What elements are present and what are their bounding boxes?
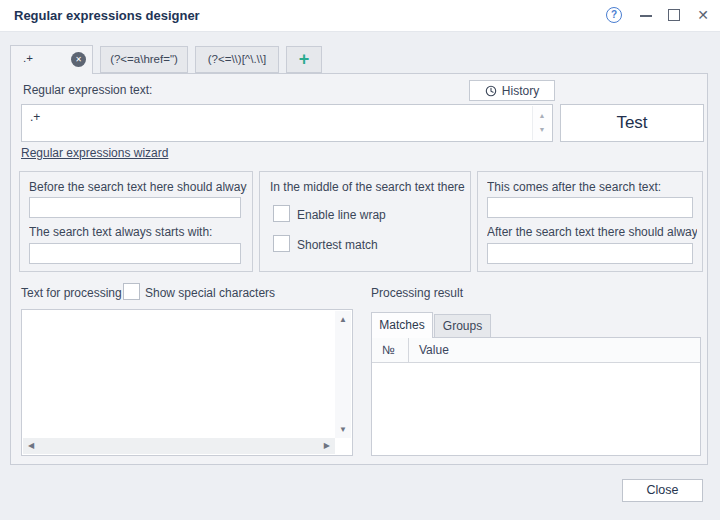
history-button-label: History xyxy=(502,84,539,98)
enable-line-wrap-label: Enable line wrap xyxy=(297,208,386,222)
enable-line-wrap-checkbox[interactable] xyxy=(273,205,290,222)
shortest-match-label: Shortest match xyxy=(297,238,378,252)
tab-label: .+ xyxy=(23,52,33,64)
comes-after-input[interactable] xyxy=(487,197,693,218)
regex-wizard-link[interactable]: Regular expressions wizard xyxy=(21,146,168,160)
scroll-right-icon[interactable]: ▶ xyxy=(324,441,330,450)
regex-input-spinner: ▲ ▼ xyxy=(532,106,550,140)
tab-content-panel: Regular expression text: History .+ ▲ ▼ … xyxy=(10,73,708,465)
result-table: № Value xyxy=(371,337,701,456)
scroll-left-icon[interactable]: ◀ xyxy=(28,441,34,450)
shortest-match-checkbox[interactable] xyxy=(273,235,290,252)
starts-with-input[interactable] xyxy=(29,243,241,264)
result-table-header: № Value xyxy=(372,338,700,363)
column-header-value[interactable]: Value xyxy=(409,338,700,362)
history-button[interactable]: History xyxy=(469,80,555,101)
processing-result-label: Processing result xyxy=(371,286,463,300)
text-for-processing-label: Text for processing xyxy=(21,286,122,300)
tab-groups[interactable]: Groups xyxy=(434,314,491,338)
regex-input[interactable]: .+ ▲ ▼ xyxy=(21,104,553,142)
processing-text-area[interactable]: ▲ ▼ ◀ ▶ xyxy=(21,309,353,456)
after-suffix-input[interactable] xyxy=(487,243,693,264)
tab-matches[interactable]: Matches xyxy=(371,312,433,338)
before-group-box: Before the search text here should alway… xyxy=(19,171,253,272)
after-group-box: This comes after the search text: After … xyxy=(477,171,703,272)
tab-regex-current[interactable]: .+ ✕ xyxy=(10,45,93,74)
minimize-bar xyxy=(640,15,652,17)
close-window-icon[interactable]: ✕ xyxy=(694,5,712,25)
help-icon[interactable]: ? xyxy=(606,7,622,23)
minimize-icon[interactable] xyxy=(638,7,654,23)
vertical-scrollbar[interactable]: ▲ ▼ xyxy=(335,311,351,438)
scroll-up-icon[interactable]: ▲ xyxy=(339,315,347,324)
tab-regex-backslash[interactable]: (?<=\\)[^\.\\] xyxy=(195,46,279,73)
middle-group-title: In the middle of the search text there xyxy=(270,180,466,194)
horizontal-scrollbar[interactable]: ◀ ▶ xyxy=(23,438,335,454)
show-special-characters-label: Show special characters xyxy=(145,286,275,300)
after-suffix-label: After the search text there should alway… xyxy=(487,225,697,239)
regex-text-label: Regular expression text: xyxy=(23,83,152,97)
middle-group-box: In the middle of the search text there E… xyxy=(259,171,471,272)
scroll-down-icon[interactable]: ▼ xyxy=(339,425,347,434)
comes-after-label: This comes after the search text: xyxy=(487,180,697,194)
starts-with-label: The search text always starts with: xyxy=(29,225,247,239)
history-icon xyxy=(485,85,497,97)
before-prefix-label: Before the search text here should alway… xyxy=(29,180,247,194)
maximize-icon[interactable] xyxy=(666,7,682,23)
window-title: Regular expressions designer xyxy=(14,8,200,23)
spinner-up-icon[interactable]: ▲ xyxy=(533,109,551,123)
spinner-down-icon[interactable]: ▼ xyxy=(533,123,551,137)
show-special-characters-checkbox[interactable] xyxy=(123,283,140,300)
regex-input-value: .+ xyxy=(30,110,40,124)
maximize-box xyxy=(668,9,680,21)
column-header-number[interactable]: № xyxy=(372,338,409,362)
test-button[interactable]: Test xyxy=(560,104,704,142)
tab-regex-href[interactable]: (?<=a\href=") xyxy=(100,46,188,73)
before-prefix-input[interactable] xyxy=(29,197,241,218)
tab-close-icon[interactable]: ✕ xyxy=(71,52,86,67)
close-button[interactable]: Close xyxy=(622,479,703,502)
add-tab-button[interactable]: + xyxy=(286,46,322,73)
title-bar: Regular expressions designer ? ✕ xyxy=(0,0,720,32)
